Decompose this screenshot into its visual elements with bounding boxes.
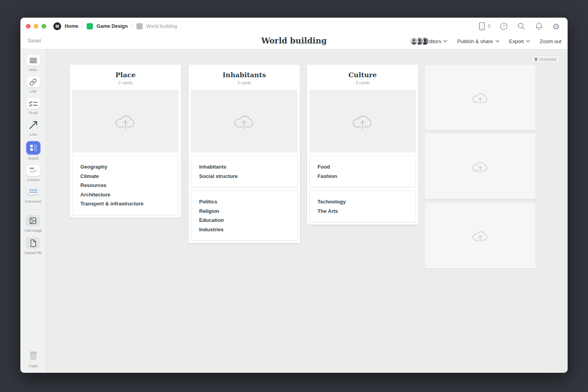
card-item: Industries [199,225,289,234]
breadcrumb-project[interactable]: Game Design [96,24,128,29]
unsorted-label: Unsorted [539,57,556,62]
app-logo[interactable]: M [53,22,61,30]
tool-sidebar: Note Link To-do Line [20,49,46,373]
editor-avatar [410,37,418,45]
note-card[interactable]: GeographyClimateResourcesArchitectureTra… [72,156,179,215]
sidebar-divider [25,210,42,210]
tool-line[interactable]: Line [27,120,40,136]
image-placeholder[interactable] [191,90,298,152]
column-title: Culture [309,71,416,79]
export-menu[interactable]: Export [509,38,530,44]
cloud-upload-icon [113,111,138,131]
chevron-down-icon [526,40,530,42]
project-color-icon [87,23,93,29]
note-card[interactable]: TechnologyThe Arts [309,191,416,222]
column-icon [27,165,40,176]
card-item: Inhabitants [199,162,289,172]
cloud-upload-icon [470,158,490,174]
notifications-button[interactable] [535,22,543,31]
zoom-out-button[interactable]: Zoom out [540,38,561,44]
tool-comment-label: Comment [25,199,41,203]
zoom-out-label: Zoom out [540,38,561,44]
maximize-window-button[interactable] [42,24,46,29]
settings-button[interactable]: ⚙ [552,22,560,31]
note-card[interactable]: FoodFashion [309,156,416,187]
chevron-down-icon [443,40,447,42]
breadcrumb-home[interactable]: Home [65,24,78,29]
breadcrumb-separator: / [82,24,83,29]
column-header: Inhabitants3 cards [191,65,298,90]
tool-note-label: Note [29,67,37,72]
cloud-upload-icon [470,90,490,105]
image-placeholder[interactable] [309,90,416,152]
board-column-culture[interactable]: Culture3 cardsFoodFashionTechnologyThe A… [307,65,418,225]
note-card[interactable]: InhabitantsSocial structure [191,156,298,187]
help-button[interactable]: ? [499,22,508,31]
breadcrumb-board[interactable]: World building [146,24,177,29]
column-title: Place [72,71,179,79]
mobile-devices-button[interactable]: 0 [479,22,490,31]
image-icon [26,215,40,227]
comment-icon [27,187,40,198]
card-item: Architecture [80,190,171,200]
tool-board-selected[interactable]: Board [26,141,40,160]
image-placeholder[interactable] [72,90,179,152]
search-button[interactable] [517,22,526,31]
tool-link-label: Link [30,89,36,93]
chevron-down-icon [495,40,499,42]
canvas[interactable]: 0Unsorted Place2 cardsGeographyClimateRe… [46,49,568,373]
tool-column-label: Column [27,178,40,182]
minimize-window-button[interactable] [34,24,38,29]
tool-add-image[interactable]: Add image [24,215,42,232]
editors-menu[interactable]: Editors [410,37,447,45]
card-item: Food [318,162,408,172]
card-item: Climate [80,172,171,181]
publish-share-menu[interactable]: Publish & share [457,38,499,44]
card-item: Resources [80,181,171,190]
export-label: Export [509,38,524,44]
unsorted-count: 0 [535,57,537,62]
svg-text:?: ? [503,24,505,29]
board-color-icon [136,23,143,29]
tool-line-label: Line [30,132,37,136]
column-header: Place2 cards [72,65,179,90]
board-column-place[interactable]: Place2 cardsGeographyClimateResourcesArc… [70,65,181,218]
card-item: Politics [199,197,289,207]
trash-label: Trash [29,364,38,368]
tool-upload-file[interactable]: Upload file [24,237,42,255]
tool-todo[interactable]: To-do [27,98,40,115]
tool-board-label: Board [28,156,38,160]
tool-comment[interactable]: Comment [25,187,41,203]
trash[interactable]: Trash [27,350,39,368]
close-window-button[interactable] [26,24,31,29]
cloud-upload-icon [350,111,375,131]
column-title: Inhabitants [191,71,298,79]
board-icon [26,141,40,154]
empty-image-placeholder[interactable] [425,133,536,199]
note-card[interactable]: PoliticsReligionEducationIndustries [191,191,298,241]
tool-link[interactable]: Link [27,76,40,93]
tool-column[interactable]: Column [27,165,40,182]
titlebar: M Home / Game Design / World building 0 … [20,18,568,49]
editor-avatars [410,37,429,45]
cloud-upload-icon [232,111,257,131]
card-item: Education [199,216,289,225]
empty-image-placeholder[interactable] [425,203,536,269]
card-item: Transport & infrastructure [80,199,171,209]
column-card-count: 3 cards [191,80,298,85]
column-header: Culture3 cards [309,65,416,90]
breadcrumb: M Home / Game Design / World building [53,22,177,30]
empty-image-placeholder[interactable] [425,65,536,131]
tool-todo-label: To-do [29,111,38,115]
breadcrumb-separator: / [131,24,132,29]
column-card-count: 2 cards [72,80,179,85]
todo-icon [27,98,40,109]
unsorted-badge[interactable]: 0Unsorted [531,55,560,63]
board-column-inhabitants[interactable]: Inhabitants3 cardsInhabitantsSocial stru… [189,65,300,243]
card-item: Fashion [318,172,408,181]
card-item: The Arts [318,207,408,216]
tool-note[interactable]: Note [27,55,40,72]
line-arrow-icon [27,120,40,131]
link-icon [27,76,40,87]
phone-icon [479,22,485,31]
